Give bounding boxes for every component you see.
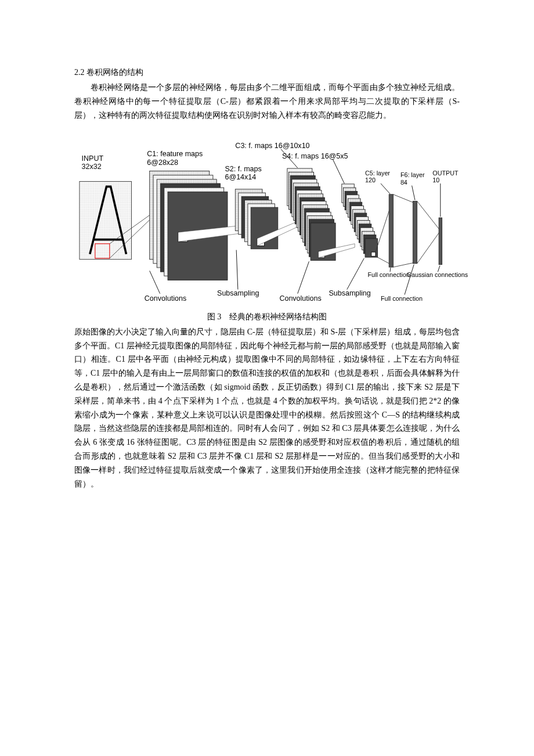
op-conv-1: Convolutions	[145, 294, 186, 303]
f6-column	[413, 201, 417, 263]
intro-paragraph: 卷积神经网络是一个多层的神经网络，每层由多个二维平面组成，而每个平面由多个独立神…	[74, 81, 460, 122]
output-column	[439, 218, 442, 265]
label-input-title: INPUT	[82, 154, 104, 162]
label-c3-title: C3: f. maps 16@10x10	[235, 142, 309, 150]
figure-caption: 图 3 经典的卷积神经网络结构图	[74, 309, 460, 324]
op-sub-2: Subsampling	[329, 289, 370, 297]
label-f6-title: F6: layer	[400, 171, 425, 178]
op-gauss: Gaussian connections	[407, 271, 468, 278]
op-conv-2: Convolutions	[279, 294, 321, 303]
label-out-title: OUTPUT	[432, 169, 459, 176]
s2-stack	[235, 189, 277, 249]
label-s4-title: S4: f. maps 16@5x5	[282, 152, 348, 160]
c5-column	[389, 194, 393, 267]
label-c1-title: C1: feature maps	[147, 150, 203, 158]
op-full-1: Full connection	[368, 271, 410, 278]
lenet-diagram-svg: INPUT 32x32 C1: feature maps 6@28x28 S2:…	[74, 139, 469, 307]
document-page: 2.2 卷积网络的结构 卷积神经网络是一个多层的神经网络，每层由多个二维平面组成…	[0, 0, 534, 491]
c3-stack	[287, 168, 335, 260]
svg-rect-54	[371, 252, 376, 256]
svg-line-62	[333, 159, 345, 183]
op-sub-1: Subsampling	[217, 289, 259, 297]
label-c5-size: 120	[365, 177, 376, 183]
label-s2-title: S2: f. maps	[225, 164, 261, 172]
lenet-figure: INPUT 32x32 C1: feature maps 6@28x28 S2:…	[74, 139, 460, 307]
svg-line-66	[150, 271, 160, 293]
label-f6-size: 84	[400, 178, 407, 185]
label-input-size: 32x32	[82, 163, 102, 171]
c1-stack	[150, 171, 228, 280]
section-heading: 2.2 卷积网络的结构	[74, 65, 460, 80]
body-paragraph: 原始图像的大小决定了输入向量的尺寸，隐层由 C-层（特征提取层）和 S-层（下采…	[74, 325, 460, 491]
label-c1-size: 6@28x28	[147, 158, 178, 166]
label-out-size: 10	[432, 177, 439, 183]
label-c5-title: C5: layer	[365, 169, 390, 176]
svg-line-69	[347, 258, 365, 289]
svg-line-57	[393, 194, 415, 203]
op-full-2: Full connection	[381, 295, 423, 302]
svg-line-59	[417, 201, 441, 231]
svg-line-58	[393, 262, 415, 267]
svg-line-60	[417, 231, 441, 263]
svg-line-71	[405, 264, 414, 294]
svg-line-67	[236, 250, 238, 289]
svg-line-64	[412, 185, 415, 200]
label-s2-size: 6@14x14	[225, 172, 256, 181]
svg-line-68	[298, 261, 309, 293]
svg-line-63	[381, 183, 390, 194]
